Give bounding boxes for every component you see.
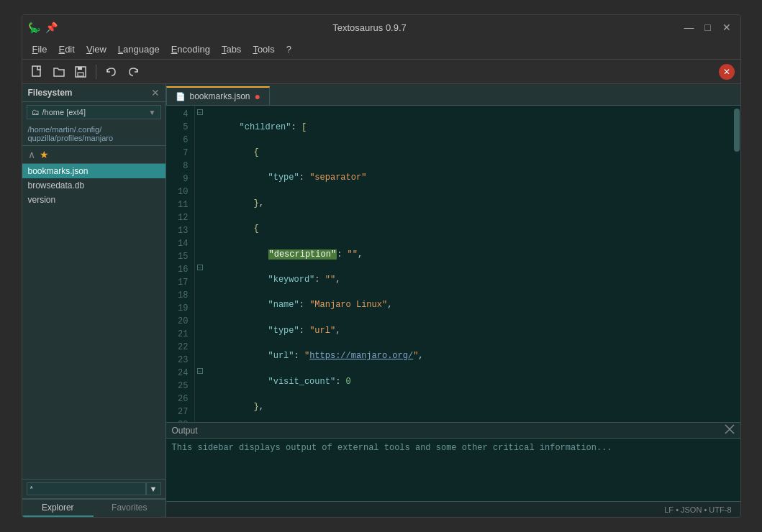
line-number: 9 bbox=[166, 173, 189, 186]
code-line-8: { bbox=[211, 223, 727, 236]
code-line-14: "visit_count": 0 bbox=[211, 375, 727, 388]
line-number: 23 bbox=[166, 354, 189, 367]
sidebar-drive-selector[interactable]: 🗂 /home [ext4] ▼ bbox=[27, 105, 161, 119]
code-line-6: "type": "separator" bbox=[211, 172, 727, 185]
code-line-5: { bbox=[211, 147, 727, 160]
sidebar-title: Filesystem bbox=[28, 88, 73, 98]
code-line-12: "type": "url", bbox=[211, 325, 727, 338]
statusbar: LF • JSON • UTF-8 bbox=[166, 501, 740, 517]
line-number: 26 bbox=[166, 393, 189, 406]
undo-button[interactable] bbox=[102, 63, 121, 81]
sidebar-close-icon[interactable]: ✕ bbox=[151, 87, 160, 98]
menu-file[interactable]: File bbox=[27, 42, 53, 57]
menubar: File Edit View Language Encoding Tabs To… bbox=[22, 40, 740, 60]
tab-bookmarks-json[interactable]: 📄 bookmarks.json ● bbox=[166, 86, 271, 105]
main-content: Filesystem ✕ 🗂 /home [ext4] ▼ /home/mart… bbox=[22, 84, 740, 517]
code-line-13: "url": "https://manjaro.org/", bbox=[211, 350, 727, 363]
sidebar-file-browsedata[interactable]: browsedata.db bbox=[22, 178, 165, 193]
output-close-icon[interactable] bbox=[725, 424, 735, 436]
line-number: 6 bbox=[166, 134, 189, 147]
menu-help[interactable]: ? bbox=[281, 42, 297, 57]
svg-rect-3 bbox=[78, 73, 83, 76]
line-number: 11 bbox=[166, 199, 189, 212]
sidebar-file-version[interactable]: version bbox=[22, 193, 165, 207]
menu-language[interactable]: Language bbox=[112, 42, 165, 57]
code-line-11: "name": "Manjaro Linux", bbox=[211, 299, 727, 312]
code-line-10: "keyword": "", bbox=[211, 274, 727, 287]
code-line-9: "description": "", bbox=[211, 248, 727, 261]
line-number: 10 bbox=[166, 186, 189, 199]
sidebar-actions: ∧ ★ bbox=[22, 146, 165, 164]
open-file-button[interactable] bbox=[50, 63, 68, 81]
titlebar-app-icons: 🦕 📌 bbox=[28, 21, 58, 34]
bookmark-button[interactable]: ★ bbox=[40, 149, 49, 160]
line-number: 27 bbox=[166, 406, 189, 419]
sidebar-path: /home/martin/.config/qupzilla/profiles/m… bbox=[22, 122, 165, 146]
fold-indicator-16[interactable]: − bbox=[197, 265, 203, 270]
fold-indicator-24[interactable]: − bbox=[197, 368, 203, 374]
code-line-4: "children": [ bbox=[211, 121, 727, 134]
window-controls: — □ ✕ bbox=[681, 19, 735, 35]
maximize-button[interactable]: □ bbox=[700, 19, 716, 35]
menu-tools[interactable]: Tools bbox=[247, 42, 280, 57]
sidebar-filter-input[interactable] bbox=[27, 482, 146, 495]
output-title: Output bbox=[172, 426, 198, 436]
scrollbar-thumb[interactable] bbox=[734, 109, 740, 152]
svg-rect-2 bbox=[78, 67, 82, 70]
output-header: Output bbox=[166, 423, 740, 439]
line-numbers: 4 5 6 7 8 9 10 11 12 13 14 15 16 17 18 1… bbox=[166, 106, 195, 422]
sidebar-filter: ▼ bbox=[22, 479, 165, 498]
line-number: 17 bbox=[166, 277, 189, 290]
code-container: 4 5 6 7 8 9 10 11 12 13 14 15 16 17 18 1… bbox=[166, 106, 740, 422]
output-content: This sidebar displays output of external… bbox=[166, 439, 740, 501]
line-number: 19 bbox=[166, 303, 189, 316]
line-number: 15 bbox=[166, 251, 189, 264]
status-info: LF • JSON • UTF-8 bbox=[664, 505, 731, 514]
vertical-scrollbar[interactable] bbox=[733, 106, 740, 422]
close-window-button[interactable]: ✕ bbox=[719, 19, 735, 35]
line-number: 25 bbox=[166, 380, 189, 393]
window-title: Textosaurus 0.9.7 bbox=[58, 22, 681, 33]
line-number: 7 bbox=[166, 147, 189, 160]
sidebar-filter-dropdown[interactable]: ▼ bbox=[146, 482, 161, 495]
sidebar-file-list: bookmarks.json browsedata.db version bbox=[22, 164, 165, 479]
titlebar: 🦕 📌 Textosaurus 0.9.7 — □ ✕ bbox=[22, 15, 740, 40]
code-editor[interactable]: "children": [ { "type": "separator" }, {… bbox=[205, 106, 733, 422]
sidebar-tab-explorer[interactable]: Explorer bbox=[22, 499, 94, 517]
tab-filename: bookmarks.json bbox=[190, 91, 250, 101]
menu-tabs[interactable]: Tabs bbox=[216, 42, 247, 57]
menu-encoding[interactable]: Encoding bbox=[165, 42, 216, 57]
new-file-button[interactable] bbox=[28, 63, 47, 81]
sidebar-tab-favorites[interactable]: Favorites bbox=[94, 499, 165, 517]
line-number: 21 bbox=[166, 329, 189, 341]
svg-rect-0 bbox=[32, 66, 40, 76]
fold-indicators: − − bbox=[195, 106, 205, 422]
line-number: 22 bbox=[166, 341, 189, 354]
tab-bar: 📄 bookmarks.json ● bbox=[166, 84, 740, 106]
editor-area: 📄 bookmarks.json ● 4 5 6 7 8 9 10 11 12 bbox=[166, 84, 740, 517]
line-number: 16 bbox=[166, 264, 189, 277]
drive-label: /home [ext4] bbox=[42, 108, 149, 116]
navigate-up-button[interactable]: ∧ bbox=[28, 149, 35, 160]
line-number: 5 bbox=[166, 121, 189, 134]
save-file-button[interactable] bbox=[71, 63, 90, 81]
line-number: 14 bbox=[166, 238, 189, 251]
minimize-button[interactable]: — bbox=[681, 19, 697, 35]
code-line-15: }, bbox=[211, 401, 727, 414]
toolbar: ✕ bbox=[22, 60, 740, 84]
pin-icon[interactable]: 📌 bbox=[45, 21, 58, 34]
sidebar-file-bookmarks[interactable]: bookmarks.json bbox=[22, 164, 165, 178]
menu-view[interactable]: View bbox=[81, 42, 112, 57]
code-line-7: }, bbox=[211, 198, 727, 211]
chevron-down-icon: ▼ bbox=[149, 109, 156, 116]
fold-indicator-4[interactable]: − bbox=[197, 109, 203, 115]
sidebar-tabs: Explorer Favorites bbox=[22, 498, 165, 517]
menu-edit[interactable]: Edit bbox=[53, 42, 80, 57]
tab-modified-icon[interactable]: ● bbox=[255, 91, 260, 102]
line-number: 18 bbox=[166, 290, 189, 303]
line-number: 24 bbox=[166, 367, 189, 380]
toolbar-close-button[interactable]: ✕ bbox=[719, 64, 735, 80]
sidebar: Filesystem ✕ 🗂 /home [ext4] ▼ /home/mart… bbox=[22, 84, 166, 517]
app-icon: 🦕 bbox=[28, 21, 41, 34]
redo-button[interactable] bbox=[124, 63, 142, 81]
